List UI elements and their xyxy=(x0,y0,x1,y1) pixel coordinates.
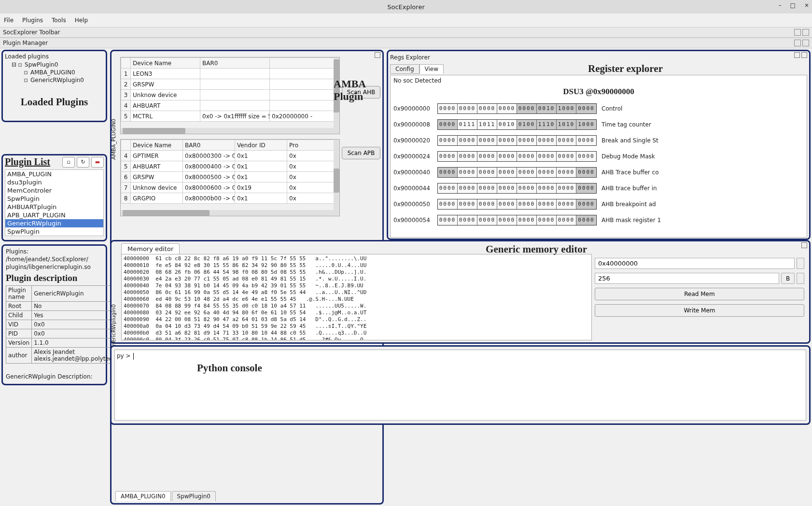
dock-icon[interactable] xyxy=(801,242,807,248)
tab-amba-plugin0[interactable]: AMBA_PLUGIN0 xyxy=(115,491,171,501)
address-input[interactable] xyxy=(595,258,795,269)
register-nibble[interactable]: 1010 xyxy=(557,120,576,129)
register-nibble[interactable]: 0000 xyxy=(576,183,596,193)
tab-spwplugin0[interactable]: SpwPlugin0 xyxy=(172,491,216,501)
tab-config[interactable]: Config xyxy=(390,64,420,74)
register-nibble[interactable]: 0000 xyxy=(497,183,517,193)
table-row[interactable]: 1LEON3 xyxy=(121,69,339,79)
register-row[interactable]: 0x90000044000000000000000000000000000000… xyxy=(393,180,804,196)
scrollbar-vertical[interactable] xyxy=(334,140,339,216)
register-nibble[interactable]: 0000 xyxy=(458,136,477,145)
register-nibble[interactable]: 0010 xyxy=(497,120,517,129)
read-mem-button[interactable]: Read Mem xyxy=(595,288,804,300)
dock-close-icon[interactable] xyxy=(802,40,809,46)
register-nibble[interactable]: 0000 xyxy=(477,168,497,177)
dock-icon[interactable] xyxy=(375,52,380,58)
register-nibble[interactable]: 0000 xyxy=(497,199,517,209)
register-nibble[interactable]: 0000 xyxy=(537,168,557,177)
table-row[interactable]: 7Unknow device0x80000600 -> 0x800006ff s… xyxy=(121,183,339,193)
register-nibble[interactable]: 0010 xyxy=(537,104,557,113)
dock-icon[interactable] xyxy=(794,52,800,58)
table-row[interactable]: 3Unknow device xyxy=(121,90,339,100)
register-row[interactable]: 0x90000020000000000000000000000000000000… xyxy=(393,132,804,148)
scrollbar-vertical[interactable] xyxy=(334,57,339,134)
register-nibble[interactable]: 0000 xyxy=(458,152,477,161)
delete-button[interactable]: ▬ xyxy=(91,157,104,168)
menu-tools[interactable]: Tools xyxy=(52,17,66,24)
register-nibble[interactable]: 0000 xyxy=(517,183,537,193)
write-mem-button[interactable]: Write Mem xyxy=(595,304,804,317)
register-row[interactable]: 0x90000040000000000000000000000000000000… xyxy=(393,164,804,180)
menu-file[interactable]: File xyxy=(4,17,14,24)
register-nibble[interactable]: 0000 xyxy=(438,168,458,177)
register-nibble[interactable]: 0000 xyxy=(438,152,458,161)
register-nibble[interactable]: 0000 xyxy=(557,136,576,145)
register-nibble[interactable]: 0000 xyxy=(557,215,576,225)
register-nibble[interactable]: 0000 xyxy=(458,215,477,225)
tree-item-child[interactable]: GenericRWplugin0 xyxy=(5,76,104,84)
register-nibble[interactable]: 0000 xyxy=(576,168,596,177)
plugin-list-item[interactable]: AMBA_PLUGIN xyxy=(5,170,103,178)
plugin-list-item[interactable]: APB_UART_PLUGIN xyxy=(5,211,103,219)
table-row[interactable]: 6GRSPW0x80000500 -> 0x800005ff size = 25… xyxy=(121,172,339,183)
close-button[interactable]: × xyxy=(804,2,809,9)
register-nibble[interactable]: 0000 xyxy=(576,152,596,161)
register-nibble[interactable]: 0000 xyxy=(458,183,477,193)
register-nibble[interactable]: 0000 xyxy=(438,120,458,129)
register-nibble[interactable]: 0000 xyxy=(497,152,517,161)
register-nibble[interactable]: 0000 xyxy=(438,104,458,113)
register-nibble[interactable]: 0000 xyxy=(517,104,537,113)
amba-vertical-tab[interactable]: AMBA_PLUGIN0 xyxy=(111,119,117,160)
register-nibble[interactable]: 0000 xyxy=(537,152,557,161)
table-row[interactable]: 4AHBUART xyxy=(121,100,339,111)
register-nibble[interactable]: 0000 xyxy=(517,152,537,161)
register-nibble[interactable]: 0000 xyxy=(497,215,517,225)
register-nibble[interactable]: 0000 xyxy=(477,152,497,161)
plugin-list-item[interactable]: AHBUARTplugin xyxy=(5,203,103,211)
table-row[interactable]: 5MCTRL0x0 -> 0x1ffffff size = 512MB0x200… xyxy=(121,111,339,122)
register-nibble[interactable]: 0111 xyxy=(458,120,477,129)
plugin-list-btn1[interactable]: ▫ xyxy=(62,157,75,168)
register-row[interactable]: 0x90000054000000000000000000000000000000… xyxy=(393,212,804,228)
register-nibble[interactable]: 0000 xyxy=(517,199,537,209)
register-nibble[interactable]: 0100 xyxy=(517,120,537,129)
scan-apb-button[interactable]: Scan APB xyxy=(342,147,380,159)
register-nibble[interactable]: 0000 xyxy=(477,136,497,145)
register-nibble[interactable]: 1110 xyxy=(537,120,557,129)
dock-float-icon[interactable] xyxy=(794,40,801,46)
maximize-button[interactable]: □ xyxy=(790,2,796,9)
refresh-button[interactable]: ↻ xyxy=(77,157,89,168)
register-nibble[interactable]: 0000 xyxy=(576,136,596,145)
table-row[interactable]: 8GRGPIO0x80000b00 -> 0x80000bff size = 2… xyxy=(121,193,339,204)
register-nibble[interactable]: 0000 xyxy=(576,104,596,113)
register-nibble[interactable]: 0000 xyxy=(458,168,477,177)
scan-ahb-button[interactable]: Scan AHB xyxy=(342,86,380,98)
table-row[interactable]: 5AHBUART0x80000400 -> 0x800004ff size = … xyxy=(121,161,339,172)
register-nibble[interactable]: 0000 xyxy=(517,168,537,177)
register-row[interactable]: 0x90000050000000000000000000000000000000… xyxy=(393,196,804,212)
register-row[interactable]: 0x90000008000001111011001001001110101010… xyxy=(393,116,804,132)
register-nibble[interactable]: 0000 xyxy=(477,104,497,113)
mode-button[interactable]: B xyxy=(781,273,795,284)
register-nibble[interactable]: 0000 xyxy=(557,199,576,209)
plugin-list-item[interactable]: dsu3plugin xyxy=(5,178,103,186)
register-nibble[interactable]: 0000 xyxy=(576,215,596,225)
register-row[interactable]: 0x90000024000000000000000000000000000000… xyxy=(393,148,804,164)
apb-table[interactable]: Device NameBAR0Vendor IDPro4GPTIMER0x800… xyxy=(121,140,339,204)
tree-item-child[interactable]: AMBA_PLUGIN0 xyxy=(5,69,104,76)
register-nibble[interactable]: 0000 xyxy=(458,104,477,113)
register-nibble[interactable]: 0000 xyxy=(438,136,458,145)
register-nibble[interactable]: 1000 xyxy=(557,104,576,113)
register-nibble[interactable]: 0000 xyxy=(517,136,537,145)
register-nibble[interactable]: 0000 xyxy=(537,199,557,209)
menu-help[interactable]: Help xyxy=(75,17,88,24)
dock-float-icon[interactable] xyxy=(794,29,801,36)
register-row[interactable]: 0x90000000000000000000000000000010100000… xyxy=(393,100,804,116)
register-nibble[interactable]: 0000 xyxy=(438,199,458,209)
register-nibble[interactable]: 0000 xyxy=(576,199,596,209)
mode-spinner[interactable] xyxy=(797,273,804,284)
register-nibble[interactable]: 0000 xyxy=(537,215,557,225)
plugin-list-item[interactable]: MemControler xyxy=(5,186,103,195)
register-nibble[interactable]: 0000 xyxy=(517,215,537,225)
register-nibble[interactable]: 0000 xyxy=(557,152,576,161)
